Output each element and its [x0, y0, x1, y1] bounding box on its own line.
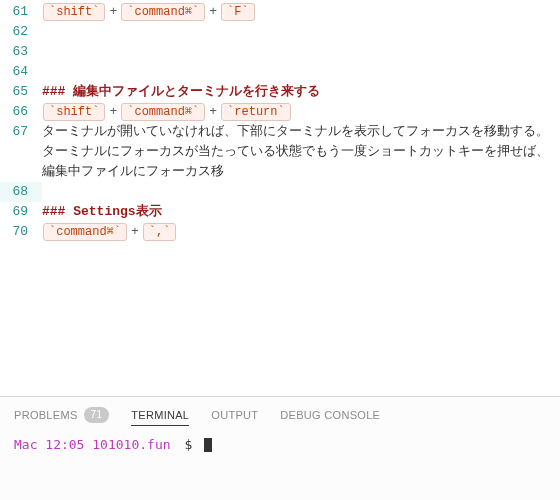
tab-output[interactable]: OUTPUT	[211, 409, 258, 421]
panel-tabs: PROBLEMS 71 TERMINAL OUTPUT DEBUG CONSOL…	[0, 397, 560, 431]
editor-line[interactable]: 63	[0, 42, 560, 62]
editor-line[interactable]: 64	[0, 62, 560, 82]
line-number: 67	[0, 122, 42, 142]
keycap: `command⌘`	[121, 3, 205, 21]
bottom-panel: PROBLEMS 71 TERMINAL OUTPUT DEBUG CONSOL…	[0, 396, 560, 500]
keycap: `return`	[221, 103, 291, 121]
editor-line[interactable]: 69### Settings表示	[0, 202, 560, 222]
terminal-prompt-symbol: $	[178, 437, 192, 452]
line-number: 69	[0, 202, 42, 222]
editor-line[interactable]: 65### 編集中ファイルとターミナルを行き来する	[0, 82, 560, 102]
tab-terminal-label: TERMINAL	[131, 409, 189, 421]
plus-separator: +	[206, 104, 220, 119]
line-number: 63	[0, 42, 42, 62]
tab-terminal[interactable]: TERMINAL	[131, 409, 189, 426]
tab-problems[interactable]: PROBLEMS 71	[14, 407, 109, 423]
problems-count-badge: 71	[84, 407, 110, 423]
line-content: `shift`+`command⌘`+`return`	[42, 102, 560, 122]
editor-line[interactable]: 62	[0, 22, 560, 42]
terminal-cursor-icon	[204, 438, 212, 452]
editor-line[interactable]: 70`command⌘`+`,`	[0, 222, 560, 242]
keycap: `F`	[221, 3, 255, 21]
tab-problems-label: PROBLEMS	[14, 409, 78, 421]
line-number: 61	[0, 2, 42, 22]
line-content: ### Settings表示	[42, 202, 560, 222]
plus-separator: +	[128, 224, 142, 239]
editor-line[interactable]: 66`shift`+`command⌘`+`return`	[0, 102, 560, 122]
tab-output-label: OUTPUT	[211, 409, 258, 421]
line-number: 66	[0, 102, 42, 122]
line-content: ターミナルが開いていなければ、下部にターミナルを表示してフォーカスを移動する。タ…	[42, 122, 560, 182]
terminal-prompt-host: Mac 12:05 101010.fun	[14, 437, 171, 452]
line-number: 68	[0, 182, 42, 202]
line-content: `shift`+`command⌘`+`F`	[42, 2, 560, 22]
plus-separator: +	[106, 104, 120, 119]
line-number: 62	[0, 22, 42, 42]
line-number: 65	[0, 82, 42, 102]
keycap: `command⌘`	[43, 223, 127, 241]
keycap: `command⌘`	[121, 103, 205, 121]
plus-separator: +	[206, 4, 220, 19]
tab-debug-label: DEBUG CONSOLE	[280, 409, 380, 421]
plus-separator: +	[106, 4, 120, 19]
line-content: `command⌘`+`,`	[42, 222, 560, 242]
keycap: `shift`	[43, 3, 105, 21]
tab-debug-console[interactable]: DEBUG CONSOLE	[280, 409, 380, 421]
editor-line[interactable]: 67ターミナルが開いていなければ、下部にターミナルを表示してフォーカスを移動する…	[0, 122, 560, 182]
editor-area[interactable]: 61`shift`+`command⌘`+`F`62636465### 編集中フ…	[0, 0, 560, 396]
keycap: `shift`	[43, 103, 105, 121]
editor-line[interactable]: 61`shift`+`command⌘`+`F`	[0, 2, 560, 22]
line-number: 64	[0, 62, 42, 82]
keycap: `,`	[143, 223, 177, 241]
terminal-content[interactable]: Mac 12:05 101010.fun $	[0, 431, 560, 458]
line-content: ### 編集中ファイルとターミナルを行き来する	[42, 82, 560, 102]
editor-line[interactable]: 68	[0, 182, 560, 202]
line-number: 70	[0, 222, 42, 242]
